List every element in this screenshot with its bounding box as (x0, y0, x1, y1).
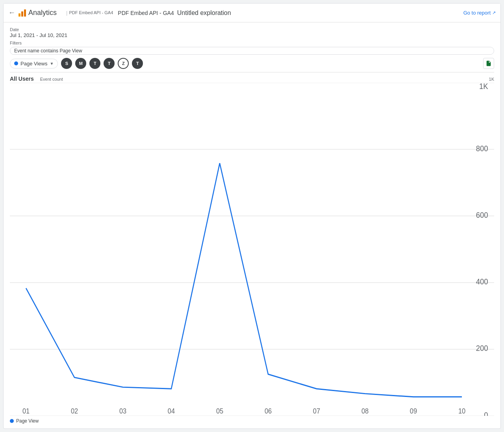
svg-text:04: 04 (168, 407, 175, 415)
chart-title-row: All Users Event count 1K (10, 72, 494, 83)
svg-text:06: 06 (265, 407, 272, 415)
date-range: Jul 1, 2021 - Jul 10, 2021 (10, 32, 494, 38)
y-axis-max: 1K (489, 77, 494, 82)
chart-section: All Users Event count 1K 0 200 400 (10, 72, 494, 425)
breadcrumb-property: PDF Embed API - GA4 (118, 10, 174, 16)
svg-text:07: 07 (313, 407, 320, 415)
avatar-m[interactable]: M (75, 58, 86, 69)
go-to-report-button[interactable]: Go to report ↗ (463, 10, 496, 16)
breadcrumb-account: PDF Embed API - GA4 (69, 10, 113, 15)
legend-color-dot (10, 419, 14, 423)
legend-label: Page View (16, 418, 39, 424)
filter-chip[interactable]: Event name contains Page View (10, 47, 494, 55)
external-link-icon: ↗ (492, 10, 496, 15)
svg-text:400: 400 (476, 277, 488, 286)
svg-text:0: 0 (484, 410, 488, 416)
svg-text:03: 03 (119, 407, 126, 415)
export-button[interactable] (483, 58, 494, 69)
breadcrumb-separator-1: | (66, 10, 67, 16)
svg-text:800: 800 (476, 144, 488, 153)
segment-pill[interactable]: Page Views ▼ (10, 59, 58, 69)
top-nav: ← Analytics | PDF Embed API - GA4 PDF Em… (4, 4, 500, 22)
chart-legend: Page View (10, 416, 494, 425)
chevron-down-icon: ▼ (50, 61, 54, 66)
line-chart: 0 200 400 600 800 1K 01 Jul 02 03 04 05 … (10, 83, 494, 416)
svg-text:08: 08 (361, 407, 369, 415)
date-label: Date (10, 27, 494, 32)
svg-text:1K: 1K (479, 83, 488, 91)
analytics-logo: Analytics (19, 9, 61, 17)
svg-text:01: 01 (22, 407, 30, 415)
svg-text:05: 05 (216, 407, 223, 415)
avatar-z[interactable]: Z (118, 58, 129, 69)
avatar-t1[interactable]: T (89, 58, 100, 69)
segment-color-dot (14, 61, 18, 65)
chart-container: 0 200 400 600 800 1K 01 Jul 02 03 04 05 … (10, 83, 494, 416)
filters-label: Filters (10, 41, 494, 45)
exploration-title: Untitled exploration (177, 9, 231, 17)
svg-text:Jul: Jul (22, 415, 30, 416)
bar-chart-icon (19, 9, 26, 17)
back-button[interactable]: ← (8, 9, 15, 17)
segment-row: Page Views ▼ S M T T Z T (10, 58, 494, 69)
avatar-s[interactable]: S (61, 58, 72, 69)
chart-title: All Users (10, 76, 34, 82)
chart-y-label: Event count (40, 77, 63, 82)
avatar-t3[interactable]: T (132, 58, 143, 69)
avatar-t2[interactable]: T (104, 58, 115, 69)
nav-right: Go to report ↗ (463, 10, 496, 16)
svg-text:600: 600 (476, 210, 488, 219)
svg-text:200: 200 (476, 343, 488, 352)
segment-label: Page Views (20, 61, 47, 67)
content-area: Date Jul 1, 2021 - Jul 10, 2021 Filters … (4, 22, 500, 428)
svg-text:02: 02 (71, 407, 78, 415)
app-title: Analytics (28, 9, 57, 17)
svg-text:09: 09 (410, 407, 417, 415)
svg-text:10: 10 (458, 407, 465, 415)
